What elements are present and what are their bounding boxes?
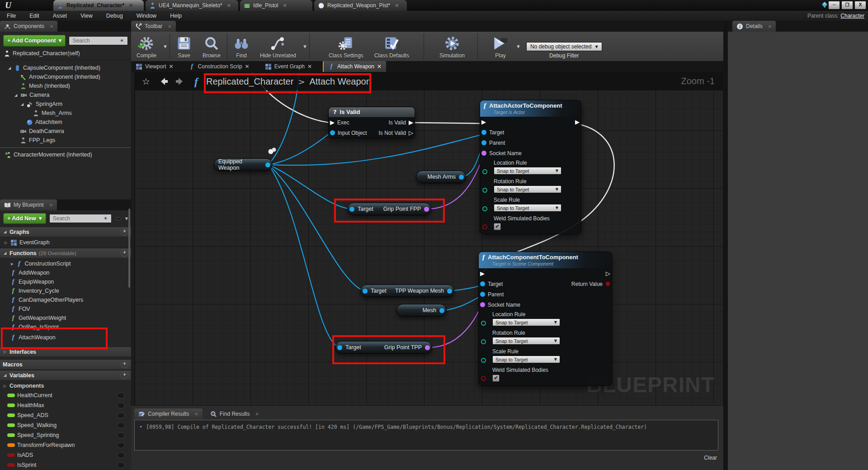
scrollbar[interactable]	[128, 209, 130, 288]
variables-section-header[interactable]: ◢ Variables +	[0, 370, 131, 380]
close-tab-icon[interactable]: ✕	[255, 412, 259, 417]
function-row[interactable]: f EquipWeapon	[10, 277, 54, 286]
name-in-pin[interactable]	[480, 302, 485, 307]
exec-out-pin[interactable]: ▶	[575, 119, 580, 125]
components-group-row[interactable]: ▷ Components	[3, 381, 44, 390]
compile-button[interactable]: Compile	[131, 32, 162, 61]
variable-row[interactable]: OwningPlayerController	[7, 466, 128, 470]
close-tab-icon[interactable]: ✕	[129, 3, 133, 9]
component-root-row[interactable]: Replicated_Character(self)	[4, 49, 80, 58]
exec-in-pin[interactable]: ▶	[481, 119, 486, 125]
node-tpp-weapon-mesh[interactable]: Target TPP Weapon Mesh	[360, 285, 454, 297]
collapsed-arrow-icon[interactable]: ▷	[3, 384, 7, 388]
node-attach-component-to-component[interactable]: f AttachComponentToComponent Target is S…	[478, 252, 612, 386]
visibility-eye-icon[interactable]	[117, 423, 125, 428]
asset-tab-mannequin-skeleton[interactable]: UE4_Mannequin_Skeleto* ✕	[146, 0, 238, 11]
close-tab-icon[interactable]: ✕	[377, 63, 382, 70]
bool-in-pin[interactable]	[482, 224, 487, 229]
debug-object-dropdown[interactable]: No debug object selected ▼	[526, 42, 602, 51]
tab-construction-script[interactable]: f Construction Scrip ✕	[184, 61, 254, 72]
graphs-section-header[interactable]: ◢ Graphs +	[0, 227, 131, 237]
expand-arrow-icon[interactable]: ◢	[3, 373, 7, 377]
play-button[interactable]: Play	[486, 32, 515, 61]
close-button[interactable]: X	[854, 1, 866, 9]
add-variable-button[interactable]: +	[121, 371, 128, 379]
chevron-down-icon[interactable]: ▼	[515, 44, 522, 49]
forward-arrow-icon[interactable]	[175, 77, 184, 86]
menu-window[interactable]: Window	[130, 13, 163, 19]
tab-my-blueprint[interactable]: My Blueprint ✕	[0, 199, 57, 210]
enum-in-pin[interactable]	[482, 169, 487, 174]
tab-compiler-results[interactable]: Compiler Results ✕	[134, 408, 203, 419]
tab-viewport[interactable]: Viewport ✕	[131, 61, 178, 72]
asset-tab-idle-pistol[interactable]: Idle_Pistol ✕	[240, 0, 312, 11]
tree-row-camera[interactable]: ◢ Camera	[14, 90, 49, 100]
chevron-down-icon[interactable]: ▼	[302, 44, 308, 49]
function-row[interactable]: ➤f ConstructionScript	[10, 259, 71, 268]
variable-row[interactable]: Speed_Sprinting	[7, 431, 128, 440]
menu-help[interactable]: Help	[163, 13, 189, 19]
function-row[interactable]: f CanDamageOtherPlayers	[10, 295, 83, 304]
macros-section-header[interactable]: Macros +	[0, 359, 131, 369]
object-out-pin[interactable]	[265, 162, 270, 167]
chevron-down-icon[interactable]: ▼	[162, 44, 169, 49]
tab-find-results[interactable]: Find Results ✕	[206, 408, 263, 419]
tree-row-deathcamera[interactable]: DeathCamera	[20, 127, 64, 136]
add-component-button[interactable]: + Add Component ▼	[3, 35, 66, 47]
add-graph-button[interactable]: +	[121, 228, 128, 236]
name-in-pin[interactable]	[481, 151, 486, 156]
node-mesh[interactable]: Mesh	[396, 304, 447, 317]
close-tab-icon[interactable]: ✕	[194, 412, 198, 417]
browse-button[interactable]: Browse	[197, 32, 226, 61]
variable-row[interactable]: HealthMax	[7, 401, 128, 410]
variable-row[interactable]: HealthCurrent	[7, 391, 128, 400]
restore-button[interactable]: ❐	[841, 1, 853, 9]
object-in-pin[interactable]	[330, 130, 335, 135]
tree-row-attachitem[interactable]: AttachItem	[26, 118, 62, 127]
hide-unrelated-button[interactable]: Hide Unrelated	[255, 32, 302, 61]
eventgraph-row[interactable]: ▷ EventGraph	[4, 238, 50, 247]
my-blueprint-search-input[interactable]	[52, 215, 103, 222]
function-row[interactable]: f FOV	[10, 304, 30, 313]
close-tab-icon[interactable]: ✕	[168, 24, 171, 29]
tree-row-arrow[interactable]: ArrowComponent (Inherited)	[20, 72, 100, 81]
close-tab-icon[interactable]: ✕	[283, 3, 287, 9]
tab-event-graph[interactable]: Event Graph ✕	[260, 61, 316, 72]
scale-rule-dropdown[interactable]: Snap to Target ▼	[494, 204, 561, 212]
tab-components[interactable]: Components ✕	[0, 21, 57, 32]
rotation-rule-dropdown[interactable]: Snap to Target ▼	[494, 185, 561, 193]
object-in-pin[interactable]	[363, 289, 368, 294]
visibility-eye-icon[interactable]	[117, 432, 125, 438]
tree-row-fpp-legs[interactable]: FPP_Legs	[20, 136, 55, 145]
enum-in-pin[interactable]	[481, 339, 486, 344]
node-is-valid[interactable]: ? Is Valid ▶ Exec Is Valid ▶ Input Objec…	[328, 107, 415, 138]
expand-arrow-icon[interactable]: ◢	[3, 230, 7, 234]
bookmark-star-icon[interactable]: ☆	[142, 76, 150, 87]
class-defaults-button[interactable]: Class Defaults	[369, 32, 415, 61]
close-tab-icon[interactable]: ✕	[768, 24, 772, 29]
object-in-pin[interactable]	[481, 140, 486, 145]
enum-in-pin[interactable]	[481, 321, 486, 326]
function-row[interactable]: f Inventory_Cycle	[10, 286, 59, 295]
collapsed-arrow-icon[interactable]: ▷	[4, 241, 8, 245]
find-button[interactable]: Find	[228, 32, 255, 61]
object-out-pin[interactable]	[459, 175, 464, 180]
simulation-button[interactable]: Simulation	[434, 32, 470, 61]
scale-rule-dropdown[interactable]: Snap to Target ▼	[492, 356, 560, 363]
clear-button[interactable]: Clear	[704, 455, 717, 461]
class-settings-button[interactable]: Class Settings	[323, 32, 369, 61]
asset-tab-replicated-weapon[interactable]: Replicated_Weapon_Pist* ✕	[314, 0, 407, 11]
node-equipped-weapon[interactable]: Equipped Weapon	[214, 158, 273, 171]
weld-checkbox[interactable]: ✔	[492, 375, 500, 382]
expand-arrow-icon[interactable]: ◢	[7, 66, 12, 70]
location-rule-dropdown[interactable]: Snap to Target ▼	[494, 167, 561, 175]
menu-file[interactable]: File	[0, 13, 23, 19]
menu-asset[interactable]: Asset	[46, 13, 74, 19]
minimize-button[interactable]: ─	[828, 1, 840, 9]
panel-divider[interactable]	[723, 21, 728, 470]
tab-details[interactable]: Details ✕	[732, 21, 776, 32]
functions-section-header[interactable]: ◢ Functions (28 Overridable) +	[0, 248, 131, 258]
tab-toolbar[interactable]: Toolbar ✕	[131, 21, 176, 32]
enum-in-pin[interactable]	[482, 188, 487, 193]
visibility-eye-icon[interactable]	[117, 452, 125, 458]
